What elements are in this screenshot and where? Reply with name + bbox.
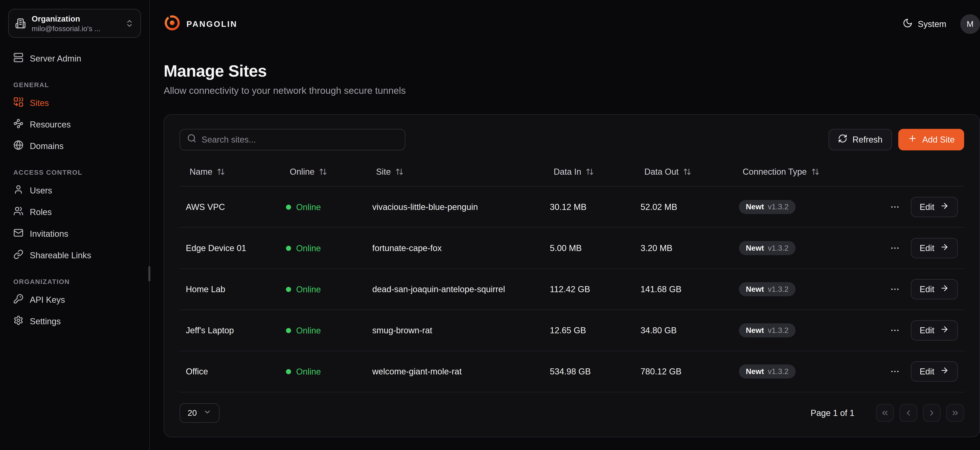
user-avatar[interactable]: M (960, 14, 980, 34)
online-status-label: Online (296, 367, 321, 377)
sidebar-item-users[interactable]: Users (8, 181, 141, 201)
sidebar-item-shareable-links[interactable]: Shareable Links (8, 246, 141, 265)
sort-icon (683, 168, 691, 176)
sort-icon (585, 168, 594, 176)
chevrons-right-icon (951, 409, 959, 417)
sort-connection-type-button[interactable]: Connection Type (739, 165, 823, 178)
theme-toggle-button[interactable]: System (902, 18, 946, 30)
next-page-button[interactable] (923, 404, 941, 422)
prev-page-button[interactable] (899, 404, 917, 422)
site-identifier: vivacious-little-blue-penguin (372, 202, 478, 212)
online-status-dot (286, 204, 291, 210)
edit-site-button[interactable]: Edit (911, 279, 958, 299)
search-icon (187, 133, 197, 146)
server-icon (13, 52, 24, 65)
ellipsis-icon (890, 202, 900, 212)
ellipsis-icon (890, 325, 900, 336)
row-actions: Edit (889, 238, 958, 258)
sidebar-item-label: Domains (30, 141, 64, 151)
users-icon (13, 184, 24, 196)
org-selector-text: Organization milo@fossorial.io's ... (32, 14, 119, 33)
sort-icon (217, 168, 225, 176)
refresh-button[interactable]: Refresh (829, 129, 892, 151)
sidebar: Organization milo@fossorial.io's ... Ser… (0, 0, 150, 450)
row-menu-button[interactable] (887, 282, 902, 297)
rows-per-page-select[interactable]: 20 (180, 403, 220, 423)
data-out-value: 3.20 MB (641, 243, 673, 253)
ellipsis-icon (890, 366, 900, 377)
row-menu-button[interactable] (887, 364, 902, 379)
connection-type-name: Newt (746, 367, 764, 376)
online-status-label: Online (296, 285, 321, 294)
sidebar-item-invitations[interactable]: Invitations (8, 224, 141, 244)
sidebar-item-sites[interactable]: Sites (8, 93, 141, 113)
data-in-value: 5.00 MB (550, 243, 582, 253)
org-label: Organization (32, 14, 119, 24)
moon-icon (902, 18, 913, 30)
edit-site-button[interactable]: Edit (911, 197, 958, 217)
sort-site-button[interactable]: Site (372, 165, 407, 178)
first-page-button[interactable] (876, 404, 894, 422)
sidebar-item-api-keys[interactable]: API Keys (8, 290, 141, 310)
row-menu-button[interactable] (887, 200, 902, 215)
table-header-row: Name Online Site Data In Data Out Connec… (180, 158, 964, 186)
main-content: PANGOLIN System M Manage Sites Allow con… (150, 0, 980, 450)
connection-type-badge: Newt v1.3.2 (739, 323, 795, 338)
site-name: AWS VPC (186, 202, 225, 212)
sidebar-item-roles[interactable]: Roles (8, 202, 141, 222)
sort-data-in-button[interactable]: Data In (550, 165, 598, 178)
search-sites-input[interactable] (202, 135, 398, 144)
sidebar-item-label: Resources (30, 120, 71, 130)
add-site-button[interactable]: Add Site (898, 129, 964, 151)
row-menu-button[interactable] (887, 323, 902, 338)
sidebar-item-server-admin[interactable]: Server Admin (8, 49, 141, 68)
data-in-value: 12.65 GB (550, 325, 586, 335)
sort-name-button[interactable]: Name (186, 165, 229, 178)
sidebar-item-resources[interactable]: Resources (8, 115, 141, 135)
section-label-access-control: ACCESS CONTROL (13, 169, 136, 176)
data-in-value: 534.98 GB (550, 367, 591, 376)
toolbar-actions: Refresh Add Site (829, 129, 964, 151)
org-selector[interactable]: Organization milo@fossorial.io's ... (8, 9, 141, 38)
page-info: Page 1 of 1 (811, 408, 854, 418)
sidebar-item-settings[interactable]: Settings (8, 312, 141, 331)
sidebar-item-label: Invitations (30, 229, 68, 239)
edit-label: Edit (920, 284, 934, 294)
data-out-value: 780.12 GB (641, 367, 681, 376)
sidebar-resize-handle[interactable] (148, 266, 150, 281)
row-menu-button[interactable] (887, 241, 902, 256)
site-name: Jeff's Laptop (186, 325, 234, 335)
edit-site-button[interactable]: Edit (911, 238, 958, 258)
sidebar-item-label: Roles (30, 207, 52, 217)
data-out-value: 34.80 GB (641, 325, 677, 335)
connection-type-version: v1.3.2 (768, 367, 789, 376)
connection-type-version: v1.3.2 (768, 326, 789, 335)
online-status-label: Online (296, 243, 321, 253)
row-actions: Edit (889, 279, 958, 299)
sidebar-item-label: Users (30, 185, 52, 195)
row-actions: Edit (889, 320, 958, 341)
arrow-right-icon (940, 201, 949, 212)
ellipsis-icon (890, 243, 900, 253)
edit-label: Edit (920, 243, 934, 253)
pangolin-brand[interactable]: PANGOLIN (164, 14, 237, 34)
connection-type-name: Newt (746, 285, 764, 294)
sidebar-item-domains[interactable]: Domains (8, 136, 141, 156)
edit-site-button[interactable]: Edit (911, 361, 958, 382)
chevrons-up-down-icon (125, 19, 134, 28)
connection-type-badge: Newt v1.3.2 (739, 241, 795, 255)
last-page-button[interactable] (946, 404, 964, 422)
edit-site-button[interactable]: Edit (911, 320, 958, 341)
edit-label: Edit (920, 325, 934, 335)
refresh-icon (838, 134, 848, 145)
sort-online-button[interactable]: Online (286, 165, 331, 178)
page-title: Manage Sites (164, 62, 980, 81)
connection-type-badge: Newt v1.3.2 (739, 364, 795, 379)
table-row: Edge Device 01 Online fortunate-cape-fox… (180, 228, 964, 269)
arrow-right-icon (940, 242, 949, 254)
sites-toolbar: Refresh Add Site (180, 129, 964, 151)
gear-icon (13, 315, 24, 327)
sort-data-out-button[interactable]: Data Out (641, 165, 695, 178)
online-status-dot (286, 328, 291, 333)
online-status-label: Online (296, 326, 321, 336)
